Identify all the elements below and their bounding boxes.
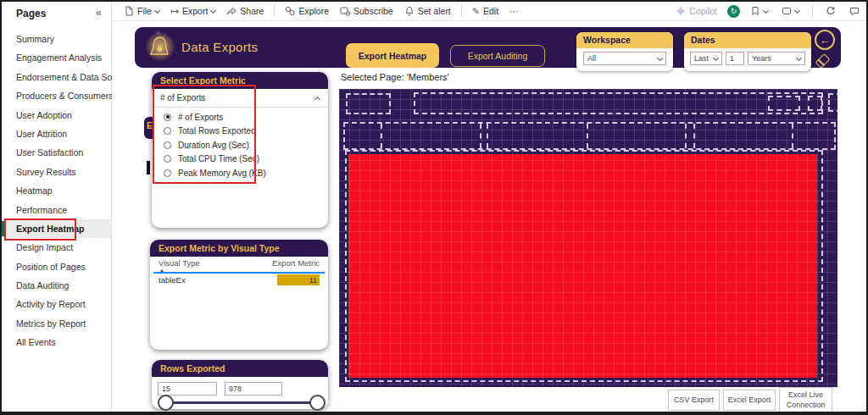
visual-type-table-card: Export Metric by Visual Type Visual Type… bbox=[150, 240, 328, 350]
export-icon: ↦ bbox=[170, 5, 179, 17]
metric-option-label: Peak Memory Avg (KB) bbox=[178, 169, 266, 178]
sidebar-item-user-attrition[interactable]: User Attrition bbox=[2, 125, 111, 143]
sidebar-item-summary[interactable]: Summary bbox=[2, 30, 111, 48]
metric-option-list: # of Exports Total Rows Exported Duratio… bbox=[152, 110, 328, 180]
sidebar-item-user-adoption[interactable]: User Adoption bbox=[2, 106, 111, 125]
tab-export-heatmap[interactable]: Export Heatmap bbox=[346, 43, 439, 68]
export-menu-button[interactable]: ↦ Export bbox=[167, 5, 219, 17]
range-slider-track[interactable] bbox=[165, 401, 316, 404]
sidebar-item-all-events[interactable]: All Events bbox=[2, 333, 111, 351]
sidebar-item-heatmap[interactable]: Heatmap bbox=[2, 181, 111, 200]
table-row[interactable]: tableEx 11 bbox=[150, 274, 328, 286]
chevron-down-icon bbox=[763, 7, 769, 13]
sidebar-item-producers-consumers[interactable]: Producers & Consumers bbox=[2, 86, 111, 105]
more-options-button[interactable]: ⋯ bbox=[506, 6, 522, 16]
bookmark-icon bbox=[750, 6, 760, 16]
bell-icon bbox=[404, 6, 415, 16]
radio-icon bbox=[164, 155, 171, 163]
toolbar-left-group: File ↦ Export Share Explore Subscribe S bbox=[112, 5, 522, 17]
sidebar-item-endorsement-data-sources[interactable]: Endorsement & Data Sources bbox=[2, 68, 111, 86]
sidebar-title: Pages bbox=[16, 8, 46, 19]
sidebar-item-engagement-analysis[interactable]: Engagement Analysis bbox=[2, 48, 111, 67]
edit-button[interactable]: ✎ Edit bbox=[469, 6, 502, 17]
metric-option-label: # of Exports bbox=[178, 113, 223, 122]
set-alert-label: Set alert bbox=[418, 6, 451, 16]
sidebar-item-metrics-by-report[interactable]: Metrics by Report bbox=[2, 314, 111, 333]
excel-export-button[interactable]: Excel Export bbox=[723, 390, 776, 411]
explore-button[interactable]: Explore bbox=[281, 6, 332, 16]
toolbar-divider bbox=[461, 5, 462, 17]
report-toolbar: File ↦ Export Share Explore Subscribe S bbox=[112, 2, 868, 21]
excel-live-connection-button[interactable]: Excel Live Connection bbox=[779, 387, 832, 413]
wireframe-band bbox=[343, 122, 836, 150]
copilot-button[interactable]: Copilot bbox=[672, 6, 721, 16]
dates-mode-dropdown[interactable]: Last bbox=[690, 52, 722, 65]
chevron-down-icon bbox=[657, 54, 663, 60]
file-menu-button[interactable]: File bbox=[120, 6, 163, 16]
sidebar-item-survey-results[interactable]: Survey Results bbox=[2, 163, 111, 181]
set-alert-button[interactable]: Set alert bbox=[401, 6, 454, 16]
sidebar-item-data-auditing[interactable]: Data Auditing bbox=[2, 276, 111, 295]
share-icon bbox=[226, 6, 236, 16]
select-export-metric-header: Select Export Metric bbox=[152, 72, 328, 89]
metric-option-cpu-time[interactable]: Total CPU Time (Sec) bbox=[152, 152, 328, 167]
metric-option-num-exports[interactable]: # of Exports bbox=[152, 110, 328, 125]
back-navigation-button[interactable]: ← bbox=[815, 30, 835, 50]
metric-option-duration-avg[interactable]: Duration Avg (Sec) bbox=[152, 138, 328, 152]
range-slider-handle-max[interactable] bbox=[309, 395, 326, 411]
sidebar-item-export-heatmap[interactable]: Export Heatmap bbox=[2, 219, 111, 238]
wireframe-box bbox=[808, 96, 822, 111]
column-visual-type[interactable]: Visual Type bbox=[159, 258, 200, 268]
update-app-button[interactable]: ↻ bbox=[727, 5, 740, 18]
copilot-icon bbox=[676, 6, 686, 16]
comments-button[interactable] bbox=[846, 6, 863, 16]
collapse-sidebar-icon[interactable]: « bbox=[96, 7, 102, 19]
tab-export-auditing[interactable]: Export Auditing bbox=[450, 45, 545, 67]
visual-type-table-header: Export Metric by Visual Type bbox=[150, 240, 328, 257]
radio-icon bbox=[164, 127, 171, 135]
subscribe-button[interactable]: Subscribe bbox=[337, 6, 397, 16]
chevron-down-icon bbox=[154, 7, 160, 13]
column-export-metric[interactable]: Export Metric bbox=[272, 258, 320, 268]
dates-unit-value: Years bbox=[752, 54, 771, 63]
covered-card-edge: E bbox=[144, 117, 153, 139]
share-label: Share bbox=[240, 6, 264, 16]
chevron-down-icon bbox=[210, 7, 216, 13]
bookmarks-button[interactable] bbox=[747, 6, 771, 16]
dates-number-input[interactable]: 1 bbox=[726, 52, 744, 65]
csv-export-button[interactable]: CSV Export bbox=[668, 390, 720, 411]
report-canvas: Data Exports Export Heatmap Export Audit… bbox=[112, 21, 868, 413]
wireframe-divider bbox=[693, 124, 695, 148]
dates-unit-dropdown[interactable]: Years bbox=[748, 52, 805, 65]
file-icon bbox=[124, 6, 134, 16]
radio-selected-icon bbox=[164, 113, 171, 121]
toolbar-divider bbox=[812, 5, 813, 17]
range-slider-handle-min[interactable] bbox=[158, 395, 174, 411]
sidebar-item-position-of-pages[interactable]: Position of Pages bbox=[2, 257, 111, 276]
sidebar-item-performance[interactable]: Performance bbox=[2, 201, 111, 219]
chevron-down-icon bbox=[796, 54, 802, 60]
wireframe-divider bbox=[587, 124, 588, 148]
sidebar-item-design-impact[interactable]: Design Impact bbox=[2, 238, 111, 257]
share-button[interactable]: Share bbox=[223, 6, 267, 16]
edit-label: Edit bbox=[483, 6, 498, 16]
rows-min-input[interactable]: 15 bbox=[158, 382, 217, 396]
wireframe-box bbox=[828, 93, 837, 112]
comment-icon bbox=[849, 6, 860, 16]
subscribe-label: Subscribe bbox=[353, 6, 393, 16]
pencil-icon: ✎ bbox=[472, 6, 480, 17]
refresh-button[interactable] bbox=[822, 6, 839, 16]
workspace-slicer-header: Workspace bbox=[576, 32, 673, 48]
rows-exported-header: Rows Exported bbox=[152, 360, 328, 377]
rows-max-input[interactable]: 978 bbox=[225, 382, 282, 396]
sidebar-item-user-satisfaction[interactable]: User Satisfaction bbox=[2, 143, 111, 162]
workspace-dropdown[interactable]: All bbox=[583, 52, 666, 65]
metric-dropdown-field[interactable]: # of Exports bbox=[152, 89, 328, 108]
sidebar-item-activity-by-report[interactable]: Activity by Report bbox=[2, 295, 111, 313]
selected-page-label: Selected Page: 'Members' bbox=[341, 72, 449, 82]
metric-option-total-rows[interactable]: Total Rows Exported bbox=[152, 125, 328, 139]
rows-exported-card: Rows Exported 15 978 bbox=[152, 360, 328, 409]
export-heatmap-visual[interactable] bbox=[339, 89, 837, 387]
view-button[interactable] bbox=[778, 6, 803, 16]
metric-option-peak-memory[interactable]: Peak Memory Avg (KB) bbox=[152, 166, 328, 180]
